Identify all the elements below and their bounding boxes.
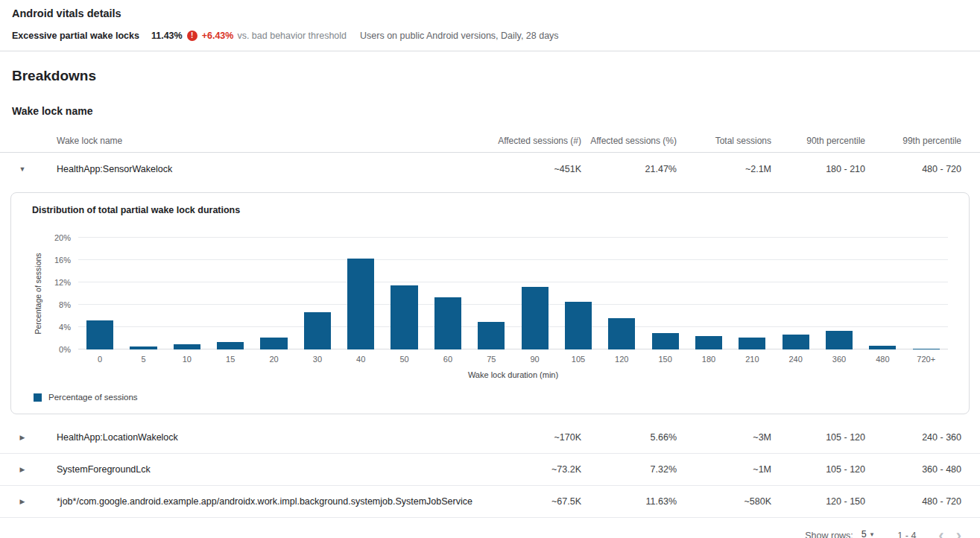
- chart-x-axis: 0510152030405060759010512015018021024036…: [78, 355, 948, 364]
- x-tick-label: 240: [774, 355, 818, 364]
- table-pagination: Show rows: 5 ▾ 1 - 4 ‹ ›: [0, 518, 980, 538]
- affected-pct-value: 21.47%: [581, 164, 677, 174]
- p90-value: 105 - 120: [771, 464, 865, 475]
- x-tick-label: 15: [209, 355, 252, 364]
- chart-body: Percentage of sessions 0%4%8%12%16%20%: [32, 238, 948, 349]
- x-tick-label: 60: [426, 355, 470, 364]
- bar-90: [522, 287, 549, 349]
- bar-slot: [426, 238, 470, 349]
- bar-150: [652, 333, 679, 349]
- legend-swatch: [34, 393, 42, 402]
- breakdowns-heading: Breakdowns: [0, 51, 980, 84]
- expand-row-icon[interactable]: ▶: [0, 434, 45, 441]
- col-header-p99: 99th percentile: [865, 136, 961, 146]
- affected-count-value: ~73.2K: [477, 464, 581, 475]
- bar-240: [783, 335, 809, 349]
- x-tick-label: 50: [382, 355, 426, 364]
- affected-pct-value: 7.32%: [581, 464, 677, 475]
- bar-75: [478, 322, 505, 350]
- bar-slot: [818, 238, 861, 349]
- error-icon: !: [187, 31, 197, 41]
- bar-30: [304, 312, 331, 349]
- x-tick-label: 5: [121, 355, 165, 364]
- x-tick-label: 480: [861, 355, 904, 364]
- table-row[interactable]: ▶ *job*/com.google.android.example.app/a…: [0, 486, 980, 518]
- p90-value: 120 - 150: [771, 496, 865, 507]
- bar-slot: [905, 238, 948, 349]
- wake-lock-name: SystemForegroundLck: [45, 464, 477, 475]
- bar-slot: [165, 238, 209, 349]
- col-header-wake-lock-name: Wake lock name: [45, 136, 477, 146]
- total-sessions-value: ~1M: [677, 464, 771, 475]
- affected-pct-value: 11.63%: [581, 496, 677, 507]
- table-header-row: Wake lock name Affected sessions (#) Aff…: [0, 129, 980, 153]
- bar-slot: [643, 238, 686, 349]
- bar-slot: [252, 238, 295, 349]
- bar-15: [217, 342, 244, 349]
- chart-y-axis: 0%4%8%12%16%20%: [45, 238, 78, 349]
- wake-lock-name: *job*/com.google.android.example.app/and…: [45, 496, 477, 507]
- x-tick-label: 40: [339, 355, 382, 364]
- collapse-row-icon[interactable]: ▼: [0, 165, 45, 173]
- bar-slot: [209, 238, 252, 349]
- x-tick-label: 150: [643, 355, 686, 364]
- total-sessions-value: ~3M: [677, 432, 771, 443]
- show-rows-value: 5: [862, 529, 867, 538]
- bar-slot: [600, 238, 643, 349]
- expand-row-icon[interactable]: ▶: [0, 466, 45, 473]
- y-tick-label: 12%: [54, 278, 71, 287]
- page-header: Android vitals details: [0, 0, 980, 19]
- p90-value: 180 - 210: [771, 164, 865, 174]
- table-row[interactable]: ▶ SystemForegroundLck ~73.2K 7.32% ~1M 1…: [0, 454, 980, 486]
- bar-10: [174, 344, 200, 350]
- total-sessions-value: ~580K: [677, 496, 771, 507]
- bar-120: [608, 318, 635, 349]
- x-axis-title: Wake lock duration (min): [78, 370, 948, 379]
- bar-720+: [913, 349, 940, 350]
- bars-container: [78, 238, 948, 349]
- bar-40: [347, 259, 374, 349]
- bar-slot: [78, 238, 121, 349]
- bar-slot: [339, 238, 382, 349]
- x-tick-label: 105: [557, 355, 600, 364]
- show-rows-select[interactable]: 5 ▾: [860, 529, 875, 538]
- bar-480: [869, 346, 896, 349]
- duration-distribution-chart-card: Distribution of total partial wake lock …: [10, 192, 970, 414]
- affected-pct-value: 5.66%: [581, 432, 677, 443]
- y-tick-label: 0%: [59, 345, 71, 354]
- wake-lock-name: HealthApp:LocationWakelock: [45, 432, 477, 443]
- next-page-button[interactable]: ›: [956, 528, 961, 538]
- x-tick-label: 90: [513, 355, 556, 364]
- col-header-total-sessions: Total sessions: [677, 136, 771, 146]
- previous-page-button[interactable]: ‹: [938, 528, 943, 538]
- table-row[interactable]: ▶ HealthApp:LocationWakelock ~170K 5.66%…: [0, 422, 980, 454]
- x-tick-label: 75: [470, 355, 513, 364]
- chart-legend: Percentage of sessions: [34, 393, 948, 408]
- p99-value: 240 - 360: [865, 432, 961, 443]
- metric-value: 11.43%: [151, 31, 183, 41]
- section-title: Wake lock name: [0, 84, 980, 129]
- expand-row-icon[interactable]: ▶: [0, 498, 45, 505]
- x-tick-label: 720+: [905, 355, 948, 364]
- bar-180: [695, 336, 722, 349]
- y-axis-title: Percentage of sessions: [34, 253, 42, 334]
- page-title: Android vitals details: [12, 7, 968, 19]
- bar-360: [826, 331, 853, 349]
- bar-slot: [557, 238, 600, 349]
- metric-summary-bar: Excessive partial wake locks 11.43% ! +6…: [0, 19, 980, 51]
- metric-delta-suffix: vs. bad behavior threshold: [237, 31, 347, 41]
- x-tick-label: 20: [252, 355, 295, 364]
- col-header-affected-pct: Affected sessions (%): [581, 136, 677, 146]
- bar-20: [260, 338, 287, 350]
- bar-50: [391, 285, 417, 349]
- y-tick-label: 16%: [54, 256, 71, 265]
- x-tick-label: 30: [296, 355, 339, 364]
- p99-value: 480 - 720: [865, 496, 961, 507]
- bar-slot: [121, 238, 165, 349]
- table-row[interactable]: ▼ HealthApp:SensorWakelock ~451K 21.47% …: [0, 153, 980, 185]
- p99-value: 360 - 480: [865, 464, 961, 475]
- show-rows-label: Show rows:: [805, 531, 853, 538]
- bar-slot: [296, 238, 339, 349]
- y-tick-label: 20%: [54, 233, 71, 242]
- affected-count-value: ~67.5K: [477, 496, 581, 507]
